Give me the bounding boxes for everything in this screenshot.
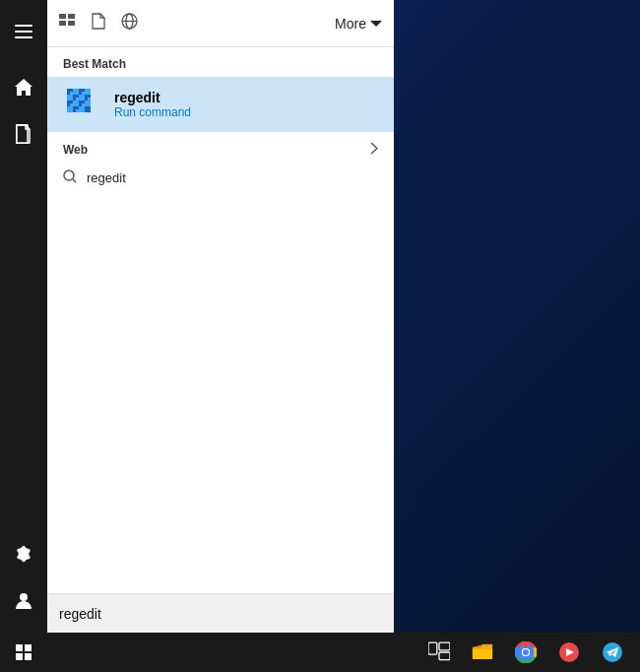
grid-view-icon[interactable] — [59, 14, 76, 34]
results-area: Best match — [47, 47, 394, 593]
more-label: More — [335, 16, 366, 32]
svg-rect-38 — [16, 644, 23, 651]
svg-rect-33 — [70, 103, 73, 106]
web-section-header: Web — [47, 132, 394, 164]
svg-rect-35 — [76, 109, 79, 112]
taskbar — [0, 633, 640, 672]
svg-rect-44 — [439, 652, 450, 660]
svg-rect-16 — [85, 89, 91, 95]
web-arrow-icon[interactable] — [370, 142, 378, 158]
svg-rect-34 — [82, 103, 85, 106]
globe-tab-icon[interactable] — [121, 13, 138, 34]
regedit-icon — [63, 85, 102, 124]
svg-rect-24 — [85, 101, 91, 106]
sidebar-item-hamburger[interactable] — [0, 8, 47, 55]
svg-rect-25 — [67, 106, 73, 112]
svg-rect-22 — [73, 101, 79, 106]
start-menu: More Best match — [0, 0, 394, 633]
svg-rect-19 — [79, 95, 85, 101]
svg-rect-7 — [68, 14, 75, 19]
taskbar-right — [419, 633, 640, 672]
best-match-header: Best match — [47, 47, 394, 77]
app-info: regedit Run command — [114, 90, 191, 119]
svg-rect-28 — [85, 106, 91, 112]
svg-rect-8 — [59, 21, 66, 26]
sidebar — [0, 0, 47, 633]
file-explorer-button[interactable] — [463, 633, 502, 672]
sidebar-item-settings[interactable] — [0, 530, 47, 577]
svg-point-5 — [20, 593, 28, 601]
svg-rect-1 — [15, 31, 32, 33]
svg-line-37 — [73, 179, 76, 182]
start-button[interactable] — [0, 633, 47, 672]
svg-rect-39 — [25, 644, 32, 651]
svg-rect-40 — [16, 653, 23, 660]
web-search-item[interactable]: regedit — [47, 164, 394, 192]
svg-rect-27 — [79, 106, 85, 112]
task-view-button[interactable] — [419, 633, 459, 672]
svg-rect-9 — [68, 21, 75, 26]
chrome-button[interactable] — [506, 633, 545, 672]
music-button[interactable] — [549, 633, 589, 672]
web-search-text: regedit — [87, 170, 126, 185]
search-input[interactable] — [59, 606, 382, 622]
more-button[interactable]: More — [335, 16, 382, 32]
search-panel: More Best match — [47, 0, 394, 633]
document-tab-icon[interactable] — [92, 13, 105, 34]
best-match-item[interactable]: regedit Run command — [47, 77, 394, 132]
search-icon — [63, 169, 77, 186]
svg-rect-31 — [76, 98, 79, 101]
app-type: Run command — [114, 105, 191, 119]
svg-rect-6 — [59, 14, 66, 19]
svg-point-36 — [64, 170, 74, 180]
telegram-button[interactable] — [593, 633, 632, 672]
app-name: regedit — [114, 90, 191, 105]
svg-rect-41 — [25, 653, 32, 660]
svg-rect-14 — [73, 89, 79, 95]
svg-rect-17 — [67, 95, 73, 101]
svg-rect-43 — [439, 642, 450, 650]
svg-rect-0 — [15, 25, 32, 27]
web-label: Web — [63, 143, 88, 157]
top-bar-icons — [59, 13, 138, 34]
sidebar-item-home[interactable] — [0, 63, 47, 110]
sidebar-bottom — [0, 530, 47, 625]
svg-rect-29 — [70, 92, 73, 95]
svg-rect-30 — [82, 92, 85, 95]
sidebar-item-documents[interactable] — [0, 110, 47, 158]
svg-rect-42 — [428, 642, 437, 654]
svg-rect-2 — [15, 36, 32, 38]
search-box — [47, 593, 394, 633]
sidebar-item-user[interactable] — [0, 577, 47, 625]
top-bar: More — [47, 0, 394, 47]
svg-point-48 — [523, 649, 529, 655]
svg-rect-32 — [88, 98, 91, 101]
